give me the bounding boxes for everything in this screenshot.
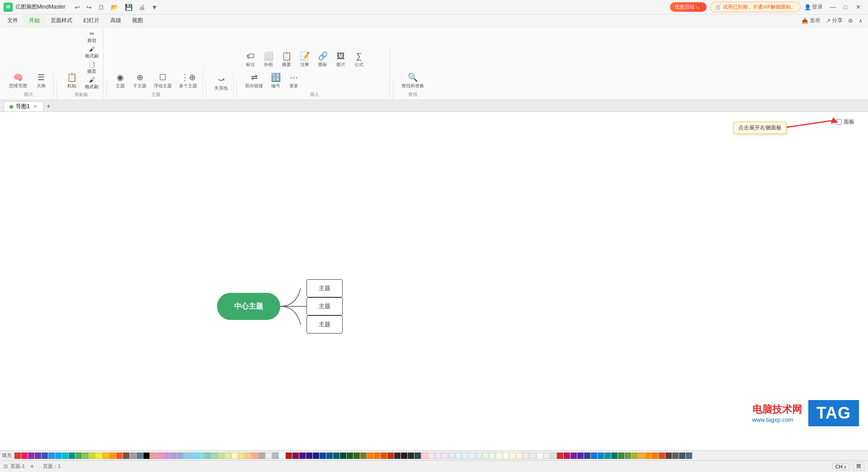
color-swatch[interactable] (69, 453, 75, 459)
color-swatch[interactable] (632, 453, 638, 459)
center-node[interactable]: 中心主题 (217, 293, 280, 320)
color-swatch[interactable] (238, 453, 245, 459)
color-swatch[interactable] (35, 453, 41, 459)
color-swatch[interactable] (211, 453, 217, 459)
color-swatch[interactable] (571, 453, 577, 459)
trial-button[interactable]: 🛒 试用已到期，开通VIP解锁限制。 (710, 2, 801, 12)
color-swatch[interactable] (164, 453, 170, 459)
multi-topic-button[interactable]: ⋮⊕ 多个主题 (176, 71, 200, 91)
bidirectional-button[interactable]: ⇌ 双向链接 (242, 71, 266, 91)
paste-button[interactable]: 📋 粘贴 (62, 71, 81, 91)
color-swatch[interactable] (598, 453, 604, 459)
color-swatch[interactable] (537, 453, 543, 459)
color-swatch[interactable] (435, 453, 441, 459)
color-swatch[interactable] (489, 453, 495, 459)
color-swatch[interactable] (394, 453, 401, 459)
print-button[interactable]: 🖨 (137, 3, 147, 12)
color-swatch[interactable] (231, 453, 238, 459)
color-swatch[interactable] (48, 453, 55, 459)
color-swatch[interactable] (333, 453, 340, 459)
relation-button[interactable]: ⤻ 关系线 (212, 73, 231, 93)
color-swatch[interactable] (191, 453, 197, 459)
minimize-button[interactable]: — (826, 2, 839, 13)
publish-button[interactable]: 📤 发布 (802, 17, 821, 24)
color-swatch[interactable] (672, 453, 679, 459)
collapse-button[interactable]: ∧ (859, 18, 863, 24)
settings-button[interactable]: ⚙ (848, 18, 853, 24)
color-swatch[interactable] (462, 453, 468, 459)
menu-page-style[interactable]: 页面样式 (45, 15, 78, 26)
color-swatch[interactable] (530, 453, 536, 459)
color-swatch[interactable] (75, 453, 82, 459)
color-swatch[interactable] (143, 453, 150, 459)
color-swatch[interactable] (286, 453, 292, 459)
color-swatch[interactable] (55, 453, 61, 459)
color-swatch[interactable] (340, 453, 346, 459)
color-swatch[interactable] (103, 453, 109, 459)
color-swatch[interactable] (116, 453, 123, 459)
color-swatch[interactable] (157, 453, 163, 459)
keyboard-mode-button[interactable]: CH ♪ (832, 463, 849, 470)
color-swatch[interactable] (42, 453, 48, 459)
add-page-button[interactable]: + (28, 462, 37, 470)
color-swatch[interactable] (415, 453, 421, 459)
zoom-button[interactable]: 简 (853, 462, 864, 471)
insert-page-button[interactable]: 📑 插页 (83, 61, 100, 75)
format-painter-button[interactable]: 🖌 格式刷 (83, 76, 100, 91)
color-swatch[interactable] (679, 453, 685, 459)
color-swatch[interactable] (96, 453, 102, 459)
color-swatch[interactable] (326, 453, 333, 459)
color-swatch[interactable] (347, 453, 353, 459)
canvas-area[interactable]: 面板 点击展开右侧面板 中心主题 (0, 112, 868, 450)
color-swatch[interactable] (82, 453, 89, 459)
add-tab-button[interactable]: + (44, 102, 53, 110)
color-swatch[interactable] (272, 453, 278, 459)
color-swatch[interactable] (523, 453, 529, 459)
color-swatch[interactable] (130, 453, 136, 459)
branch-node-2[interactable]: 主题 (307, 297, 343, 315)
summary-button[interactable]: 📋 概要 (278, 50, 295, 69)
link-button[interactable]: 🔗 图标 (315, 50, 331, 69)
color-swatch[interactable] (313, 453, 319, 459)
outline-mode-button[interactable]: ☰ 大纲 (32, 71, 51, 91)
color-swatch[interactable] (543, 453, 550, 459)
color-swatch[interactable] (387, 453, 394, 459)
color-swatch[interactable] (299, 453, 306, 459)
promo-button[interactable]: 优惠活动 🎁 (670, 2, 707, 12)
open-button[interactable]: 📂 (109, 3, 120, 12)
color-swatch[interactable] (367, 453, 373, 459)
color-swatch[interactable] (564, 453, 570, 459)
branch-node-1[interactable]: 主题 (307, 279, 343, 297)
color-swatch[interactable] (611, 453, 618, 459)
color-swatch[interactable] (448, 453, 455, 459)
color-swatch[interactable] (645, 453, 651, 459)
color-swatch[interactable] (252, 453, 258, 459)
redo-button[interactable]: ↪ (85, 3, 94, 12)
color-swatch[interactable] (652, 453, 658, 459)
color-swatch[interactable] (245, 453, 251, 459)
color-swatch[interactable] (625, 453, 631, 459)
color-swatch[interactable] (496, 453, 502, 459)
color-swatch[interactable] (381, 453, 387, 459)
color-swatch[interactable] (184, 453, 190, 459)
color-swatch[interactable] (428, 453, 434, 459)
color-swatch[interactable] (659, 453, 665, 459)
color-swatch[interactable] (618, 453, 624, 459)
formula-button[interactable]: ∑ 公式 (351, 50, 367, 69)
undo-button[interactable]: ↩ (73, 3, 82, 12)
color-swatch[interactable] (604, 453, 611, 459)
menu-slides[interactable]: 幻灯片 (78, 15, 105, 26)
color-swatch[interactable] (550, 453, 557, 459)
color-swatch[interactable] (408, 453, 414, 459)
cut-button[interactable]: ✂ 剪切 (83, 30, 100, 44)
color-swatch[interactable] (557, 453, 563, 459)
new-button[interactable]: 🗋 (96, 3, 106, 12)
color-swatch[interactable] (198, 453, 204, 459)
color-swatch[interactable] (14, 453, 21, 459)
menu-view[interactable]: 视图 (127, 15, 148, 26)
save-button[interactable]: 💾 (123, 3, 134, 12)
tab-diagram1[interactable]: 导图1 ✕ (4, 101, 44, 111)
numbering-button[interactable]: 🔢 编号 (268, 71, 284, 91)
color-swatch[interactable] (320, 453, 326, 459)
color-swatch[interactable] (218, 453, 224, 459)
